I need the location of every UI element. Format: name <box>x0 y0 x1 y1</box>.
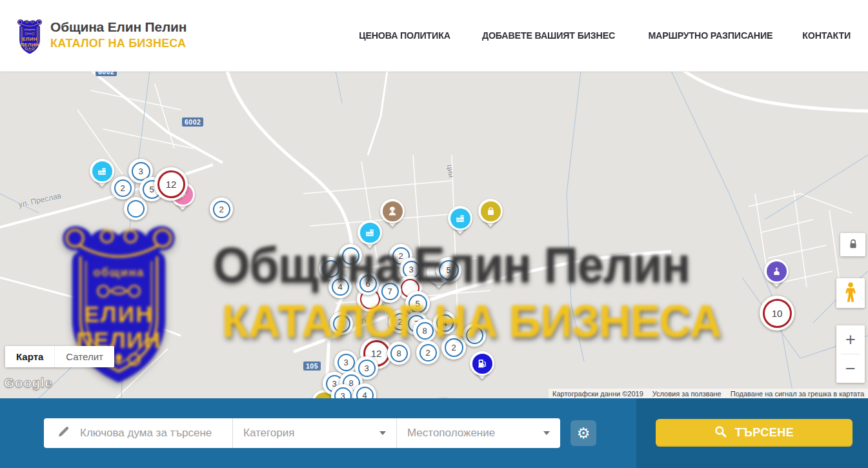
markers-layer: 23512223546752278412822333834510 <box>0 71 868 398</box>
keyword-segment <box>44 418 232 448</box>
cluster-count: 8 <box>396 349 401 358</box>
pin-head <box>448 206 472 230</box>
pegman-button[interactable] <box>836 278 865 308</box>
pin-head <box>470 351 494 376</box>
nav-pricing[interactable]: ЦЕНОВА ПОЛИТИКА <box>359 30 450 41</box>
cluster-count: 3 <box>364 363 368 373</box>
cluster-count: 3 <box>340 391 345 399</box>
fuel-pin-marker[interactable] <box>470 351 494 376</box>
cluster-marker[interactable]: 2 <box>330 312 353 335</box>
cluster-count: 5 <box>446 265 450 275</box>
cluster-count: 3 <box>409 265 413 274</box>
lock-icon <box>849 239 858 251</box>
cluster-marker[interactable]: 5 <box>436 257 461 283</box>
attribution-report-link[interactable]: Подаване на сигнал за грешка в картата <box>731 390 864 398</box>
main-nav: ЦЕНОВА ПОЛИТИКА ДОБАВЕТЕ ВАШИЯТ БИЗНЕС М… <box>355 0 853 71</box>
zoom-out-button[interactable]: − <box>836 354 865 383</box>
category-select[interactable]: Категория <box>233 418 396 448</box>
cluster-marker[interactable]: 2 <box>210 198 233 221</box>
category-select-label: Категория <box>243 427 379 440</box>
factory-pin-marker[interactable] <box>448 206 472 230</box>
gear-icon: ⚙ <box>577 425 590 442</box>
cluster-count: 5 <box>415 299 419 309</box>
cluster-count: 2 <box>120 183 125 193</box>
worker-icon <box>383 201 403 221</box>
cluster-marker[interactable]: 4 <box>433 311 456 334</box>
nav-add-business[interactable]: ДОБАВЕТЕ ВАШИЯТ БИЗНЕС <box>482 30 615 41</box>
nav-contacts[interactable]: КОНТАКТИ <box>802 30 851 41</box>
chevron-down-icon <box>543 431 550 435</box>
attribution-terms-link[interactable]: Условия за ползване <box>652 390 722 398</box>
cluster-count: 2 <box>425 348 430 358</box>
cluster-marker[interactable]: 4 <box>353 383 376 398</box>
header: Община Елин Пелин КАТАЛОГ НА БИЗНЕСА ЦЕН… <box>0 0 868 72</box>
factory-icon <box>92 161 112 181</box>
search-button[interactable]: ТЪРСЕНЕ <box>656 419 853 447</box>
cluster-marker[interactable] <box>339 244 362 267</box>
cluster-marker[interactable]: 2 <box>111 176 134 199</box>
bag-pin-marker[interactable] <box>478 199 503 223</box>
cluster-count: 5 <box>149 185 154 194</box>
pin-head <box>90 159 114 183</box>
cluster-marker[interactable]: 3 <box>334 351 358 374</box>
cluster-marker[interactable] <box>124 197 147 220</box>
cluster-count: 3 <box>138 167 143 176</box>
map-canvas[interactable]: 60021056002 ул. Преславбул. „Новосел“ции <box>0 71 868 398</box>
search-button-label: ТЪРСЕНЕ <box>735 426 794 440</box>
chevron-down-icon <box>379 431 386 435</box>
attribution-data: Картографски данни ©2019 <box>552 390 643 398</box>
bag-icon <box>481 201 501 221</box>
worker-pin-marker[interactable] <box>380 199 405 223</box>
site-title: Община Елин Пелин <box>50 19 187 35</box>
factory-icon <box>450 209 470 229</box>
municipality-logo[interactable] <box>14 16 45 56</box>
cluster-count: 2 <box>398 317 402 327</box>
cluster-marker[interactable] <box>463 323 486 347</box>
pencil-icon <box>57 425 70 441</box>
map-type-satellite-button[interactable]: Сателит <box>54 346 114 367</box>
cluster-count: 2 <box>398 251 403 261</box>
cluster-count: 7 <box>387 287 392 296</box>
cluster-marker[interactable]: 7 <box>378 280 401 303</box>
cluster-marker[interactable]: 2 <box>416 341 439 364</box>
google-logo[interactable]: Google <box>4 375 52 391</box>
factory-pin-marker[interactable] <box>358 220 382 245</box>
cluster-count: 6 <box>365 279 370 289</box>
cluster-marker[interactable]: 2 <box>441 335 466 360</box>
search-pill: Категория Местоположение <box>44 418 560 448</box>
site-title-block: Община Елин Пелин КАТАЛОГ НА БИЗНЕСА <box>50 19 187 50</box>
cluster-count: 12 <box>371 348 382 359</box>
zoom-control: + − <box>836 325 865 383</box>
lock-button[interactable] <box>840 233 865 256</box>
cluster-marker[interactable]: 10 <box>760 296 794 331</box>
map-type-control: Карта Сателит <box>5 346 114 367</box>
page: община ЕЛИН ПЕЛИН Община Елин Пелин КАТА… <box>0 0 868 468</box>
pin-head <box>764 259 789 283</box>
cluster-marker[interactable]: 6 <box>356 272 379 295</box>
cluster-count: 4 <box>442 318 447 328</box>
cluster-count: 2 <box>219 205 223 214</box>
pin-head <box>380 199 405 223</box>
cluster-count: 8 <box>422 326 427 336</box>
cluster-marker[interactable]: 8 <box>387 341 410 365</box>
search-icon <box>714 425 727 441</box>
cluster-count: 4 <box>338 282 342 292</box>
nav-route-schedule[interactable]: МАРШРУТНО РАЗПИСАНИЕ <box>648 30 772 41</box>
cluster-marker[interactable]: 4 <box>328 275 352 298</box>
cluster-count: 10 <box>772 308 783 319</box>
factory-pin-marker[interactable] <box>90 159 114 183</box>
fuel-icon <box>472 354 492 374</box>
map-type-map-button[interactable]: Карта <box>5 346 54 367</box>
location-select[interactable]: Местоположение <box>397 418 560 448</box>
advanced-settings-button[interactable]: ⚙ <box>570 420 596 446</box>
cluster-count: 2 <box>339 319 343 329</box>
factory-icon <box>360 223 380 243</box>
cluster-count: 2 <box>451 343 456 352</box>
cluster-marker[interactable]: 12 <box>154 167 188 201</box>
zoom-in-button[interactable]: + <box>836 325 865 354</box>
site-subtitle: КАТАЛОГ НА БИЗНЕСА <box>50 37 187 50</box>
cluster-count: 12 <box>166 179 177 190</box>
pin-head <box>478 199 503 223</box>
church-pin-marker[interactable] <box>764 259 789 283</box>
keyword-search-input[interactable] <box>79 426 232 440</box>
